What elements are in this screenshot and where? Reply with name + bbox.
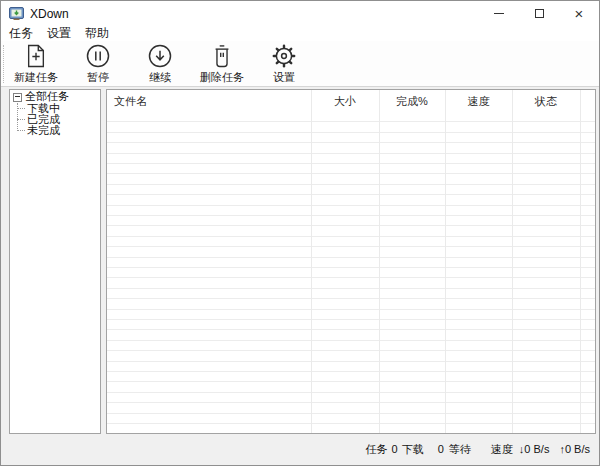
toolbar-button-label: 新建任务 (14, 70, 58, 85)
minimize-button[interactable] (479, 1, 519, 26)
column-divider (311, 90, 312, 433)
pause-icon (85, 43, 111, 70)
toolbar-button-label: 删除任务 (200, 70, 244, 85)
new-task-button[interactable]: 新建任务 (7, 42, 65, 86)
toolbar-gripper (3, 45, 4, 83)
column-divider (379, 90, 380, 433)
settings-icon (271, 43, 297, 70)
status-waiting-count: 0 (438, 443, 444, 455)
tree-connector-stub (17, 108, 25, 109)
minimize-icon (494, 13, 504, 14)
toolbar-button-label: 设置 (273, 70, 295, 85)
resume-button[interactable]: 继续 (131, 42, 189, 86)
column-divider (512, 90, 513, 433)
sidebar-item-incomplete[interactable]: 未完成 (27, 125, 60, 136)
maximize-icon (535, 9, 544, 18)
window-title: XDown (30, 7, 69, 21)
column-header-status[interactable]: 状态 (512, 90, 580, 112)
menu-item-help[interactable]: 帮助 (78, 26, 116, 41)
sidebar-item-all-tasks[interactable]: 全部任务 (25, 91, 69, 102)
menu-bar: 任务 设置 帮助 (1, 26, 599, 41)
column-header-size[interactable]: 大小 (311, 90, 379, 112)
status-download-count: 0 (392, 443, 398, 455)
title-bar: XDown × (1, 1, 599, 26)
task-table-panel: 文件名 大小 完成% 速度 状态 (106, 89, 596, 434)
delete-task-icon (211, 43, 233, 70)
column-divider (445, 90, 446, 433)
tree-connector-stub (17, 119, 25, 120)
column-divider (580, 90, 581, 433)
tree-connector-stub (17, 130, 25, 131)
resume-icon (147, 43, 173, 70)
window-controls: × (479, 1, 599, 26)
column-header-percent[interactable]: 完成% (379, 90, 445, 112)
column-header-speed[interactable]: 速度 (445, 90, 512, 112)
toolbar-button-label: 暂停 (87, 70, 109, 85)
status-waiting-label: 等待 (449, 442, 471, 457)
sidebar-panel: 全部任务 下载中 已完成 未完成 (9, 89, 101, 434)
tree-collapse-icon[interactable] (13, 93, 22, 102)
close-icon: × (575, 6, 584, 21)
pause-button[interactable]: 暂停 (69, 42, 127, 86)
status-tasks-label: 任务 (366, 442, 388, 457)
status-bar: 任务 0 下载 0 等待 速度 ↓0 B/s ↑0 B/s (1, 433, 599, 465)
menu-item-settings[interactable]: 设置 (40, 26, 78, 41)
delete-task-button[interactable]: 删除任务 (193, 42, 251, 86)
maximize-button[interactable] (519, 1, 559, 26)
app-icon[interactable] (9, 6, 24, 21)
status-download-speed: ↓0 B/s (519, 443, 550, 455)
task-table-body[interactable] (107, 112, 595, 433)
settings-button[interactable]: 设置 (255, 42, 313, 86)
column-header-filename[interactable]: 文件名 (114, 90, 147, 112)
toolbar-button-label: 继续 (149, 70, 171, 85)
status-speed-label: 速度 (491, 442, 513, 457)
status-download-label: 下载 (402, 442, 424, 457)
new-task-icon (25, 43, 47, 70)
toolbar: 新建任务 暂停 继续 (1, 41, 599, 87)
app-window: XDown × 任务 设置 帮助 (0, 0, 600, 466)
task-tree: 全部任务 下载中 已完成 未完成 (10, 90, 100, 433)
task-table-header: 文件名 大小 完成% 速度 状态 (107, 90, 595, 112)
menu-item-tasks[interactable]: 任务 (2, 26, 40, 41)
status-upload-speed: ↑0 B/s (559, 443, 590, 455)
close-button[interactable]: × (559, 1, 599, 26)
